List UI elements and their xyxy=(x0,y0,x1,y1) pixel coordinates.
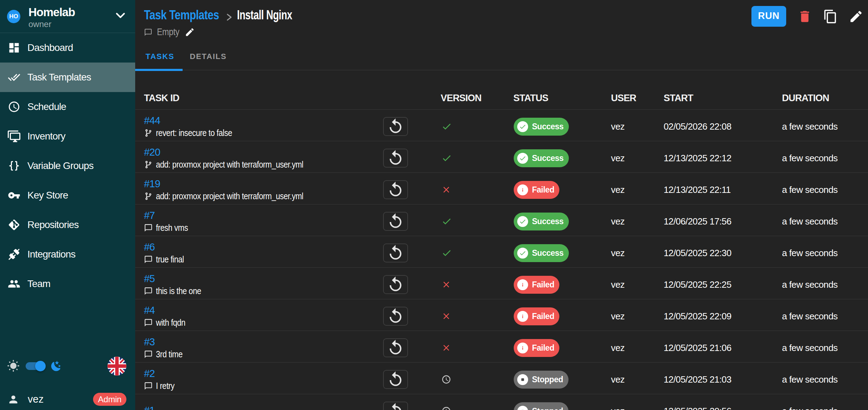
task-message-text: 3rd time xyxy=(156,349,183,359)
user-menu[interactable]: vez Admin xyxy=(0,389,135,410)
column-spacer xyxy=(372,104,432,109)
project-name: Homelab xyxy=(28,4,75,19)
status-label: Success xyxy=(532,217,564,226)
status-icon xyxy=(517,216,528,227)
sidebar-item-schedule[interactable]: Schedule xyxy=(0,92,135,122)
rerun-task-button[interactable] xyxy=(383,275,408,294)
sidebar-item-label: Variable Groups xyxy=(27,160,93,171)
status-cell: Failed xyxy=(505,339,602,357)
rerun-task-button[interactable] xyxy=(383,212,408,231)
user-cell: vez xyxy=(602,153,655,164)
active-tab-underline xyxy=(135,69,183,71)
status-icon xyxy=(517,184,528,195)
task-message: with fqdn xyxy=(144,318,372,328)
task-cell: #44 revert: insecure to false xyxy=(135,115,372,138)
comment-icon xyxy=(144,350,153,359)
status-badge: Failed xyxy=(514,276,559,294)
status-cell: Success xyxy=(505,118,602,136)
status-cell: Success xyxy=(505,213,602,230)
sidebar-item-team[interactable]: Team xyxy=(0,269,135,299)
sidebar-item-variable-groups[interactable]: Variable Groups xyxy=(0,151,135,181)
breadcrumb-current: Install Nginx xyxy=(237,8,292,22)
user-cell: vez xyxy=(602,279,655,290)
task-cell: #20 add: proxmox project with terraform_… xyxy=(135,147,372,170)
tab-details[interactable]: DETAILS xyxy=(184,40,233,73)
sidebar-item-inventory[interactable]: Inventory xyxy=(0,122,135,151)
sidebar-item-integrations[interactable]: Integrations xyxy=(0,240,135,269)
task-cell: #6 true final xyxy=(135,241,372,265)
task-id-link[interactable]: #6 xyxy=(144,241,372,253)
task-id-link[interactable]: #7 xyxy=(144,210,372,221)
duration-cell: a few seconds xyxy=(773,121,868,132)
duration-cell: a few seconds xyxy=(773,153,868,164)
table-row: #44 revert: insecure to false Succes xyxy=(135,110,868,141)
language-flag-uk[interactable] xyxy=(107,357,126,376)
version-cell xyxy=(432,375,505,384)
task-id-link[interactable]: #44 xyxy=(144,115,372,126)
rerun-task-button[interactable] xyxy=(383,402,408,410)
task-message-text: revert: insecure to false xyxy=(156,128,232,138)
rerun-task-button[interactable] xyxy=(383,149,408,168)
theme-toggle[interactable] xyxy=(26,362,46,370)
version-check-icon xyxy=(441,153,452,163)
rerun-task-button[interactable] xyxy=(383,307,408,326)
user-cell: vez xyxy=(602,311,655,322)
task-id-link[interactable]: #3 xyxy=(144,336,372,347)
rerun-cell xyxy=(372,180,432,199)
task-message-text: true final xyxy=(156,254,184,265)
task-cell: #3 3rd time xyxy=(135,336,372,359)
run-button[interactable]: RUN xyxy=(751,6,786,27)
task-id-link[interactable]: #20 xyxy=(144,147,372,158)
user-cell: vez xyxy=(602,374,655,385)
sidebar-item-dashboard[interactable]: Dashboard xyxy=(0,33,135,63)
version-cell xyxy=(432,311,505,321)
status-cell: Success xyxy=(505,149,602,167)
task-id-link[interactable]: #5 xyxy=(144,273,372,284)
breadcrumb-parent-link[interactable]: Task Templates xyxy=(144,8,219,22)
status-badge: Failed xyxy=(514,181,559,199)
comment-icon xyxy=(144,255,153,264)
edit-description-icon[interactable] xyxy=(185,27,195,37)
version-cross-icon xyxy=(441,311,451,321)
rerun-task-button[interactable] xyxy=(383,370,408,389)
project-selector[interactable]: HO Homelab owner xyxy=(0,0,135,33)
table-body: #44 revert: insecure to false Succes xyxy=(135,110,868,410)
edit-template-button[interactable] xyxy=(849,9,863,24)
duration-cell: a few seconds xyxy=(773,279,868,290)
rerun-cell xyxy=(372,117,432,136)
delete-template-button[interactable] xyxy=(797,9,812,24)
rerun-task-button[interactable] xyxy=(383,117,408,136)
task-id-link[interactable]: #4 xyxy=(144,305,372,316)
start-cell: 12/13/2025 22:12 xyxy=(655,153,773,164)
sidebar-controls xyxy=(0,354,135,378)
status-label: Stopped xyxy=(532,375,563,384)
version-check-icon xyxy=(441,216,452,227)
status-icon xyxy=(517,153,528,164)
project-avatar: HO xyxy=(7,10,20,23)
person-icon xyxy=(7,393,19,405)
rerun-cell xyxy=(372,370,432,389)
status-cell: Failed xyxy=(505,276,602,294)
status-cell: Failed xyxy=(505,307,602,325)
sidebar-item-repositories[interactable]: Repositories xyxy=(0,210,135,240)
sidebar-item-task-templates[interactable]: Task Templates xyxy=(0,63,135,92)
version-cross-icon xyxy=(441,343,451,353)
task-cell: #7 fresh vms xyxy=(135,210,372,233)
sidebar-item-label: Task Templates xyxy=(27,72,91,83)
user-name: vez xyxy=(28,393,44,405)
start-cell: 12/05/2025 21:06 xyxy=(655,343,773,353)
version-cross-icon xyxy=(441,280,451,289)
task-id-link[interactable]: #1 xyxy=(144,405,372,410)
rerun-task-button[interactable] xyxy=(383,180,408,199)
copy-template-button[interactable] xyxy=(823,9,838,24)
tab-tasks[interactable]: TASKS xyxy=(136,40,184,73)
status-icon xyxy=(517,121,528,132)
rerun-task-button[interactable] xyxy=(383,243,408,262)
task-id-link[interactable]: #2 xyxy=(144,368,372,379)
status-cell: Success xyxy=(505,244,602,262)
sidebar-item-key-store[interactable]: Key Store xyxy=(0,181,135,210)
column-user: USER xyxy=(602,93,655,109)
task-id-link[interactable]: #19 xyxy=(144,178,372,189)
rerun-task-button[interactable] xyxy=(383,338,408,357)
status-icon xyxy=(517,374,528,385)
